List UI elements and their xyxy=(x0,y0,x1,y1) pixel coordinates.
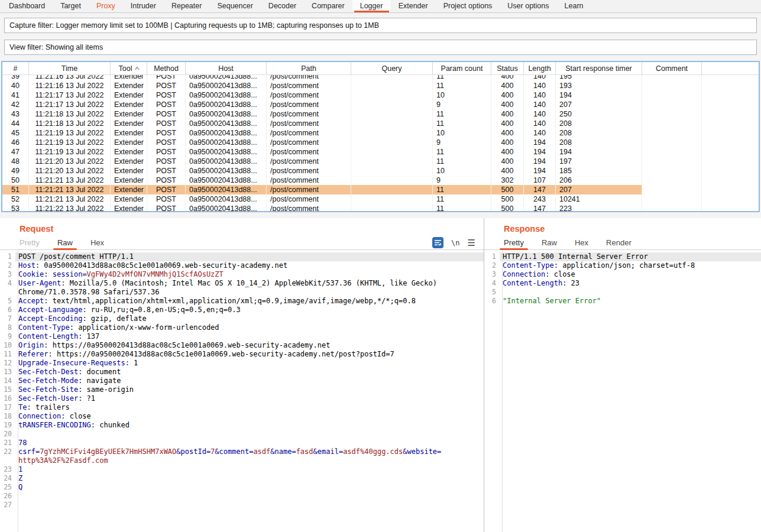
tab-comparer[interactable]: Comparer xyxy=(304,0,352,12)
log-row-45[interactable]: 4511:21:19 13 Jul 2022ExtenderPOST0a9500… xyxy=(2,128,759,138)
code-line: 3Cookie: session=VgFWy4D2vMfON7vMNMhjQ1S… xyxy=(0,270,484,279)
tab-logger[interactable]: Logger xyxy=(352,0,391,12)
column-label: Path xyxy=(301,64,316,73)
tab-sequencer[interactable]: Sequencer xyxy=(209,0,260,12)
cell-path: /post/comment xyxy=(267,119,351,128)
tab-project-options[interactable]: Project options xyxy=(436,0,500,12)
cell-param_count: 11 xyxy=(433,75,491,81)
log-row-42[interactable]: 4211:21:17 13 Jul 2022ExtenderPOST0a9500… xyxy=(2,100,759,109)
column-header-path[interactable]: Path xyxy=(267,62,351,74)
tab-dashboard[interactable]: Dashboard xyxy=(1,0,53,12)
cell-host: 0a9500020413d88... xyxy=(186,109,267,119)
cell-length: 140 xyxy=(524,75,556,81)
cell-query xyxy=(351,166,433,176)
column-header-param_count[interactable]: Param count xyxy=(433,62,491,74)
column-header-length[interactable]: Length xyxy=(524,62,556,74)
request-tab-pretty[interactable]: Pretty xyxy=(11,236,48,249)
response-tab-pretty[interactable]: Pretty xyxy=(495,236,533,249)
code-line: 25Q xyxy=(0,483,484,492)
column-header-query[interactable]: Query xyxy=(351,62,433,74)
cell-comment xyxy=(642,75,702,81)
line-content: POST /post/comment HTTP/1.1 xyxy=(15,252,484,261)
response-editor[interactable]: 1HTTP/1.1 500 Internal Server Error2Cont… xyxy=(484,250,761,532)
column-header-method[interactable]: Method xyxy=(147,62,186,74)
column-label: Param count xyxy=(441,64,483,73)
column-header-tool[interactable]: Tool∧ xyxy=(111,62,147,74)
cell-time: 11:21:22 13 Jul 2022 xyxy=(29,204,111,211)
code-line: 231 xyxy=(0,465,484,474)
cell-time: 11:21:16 13 Jul 2022 xyxy=(29,81,111,90)
code-line: 5 xyxy=(484,288,761,297)
column-header-status[interactable]: Status xyxy=(491,62,524,74)
code-line: 24Z xyxy=(0,474,484,483)
tab-extender[interactable]: Extender xyxy=(391,0,436,12)
column-header-host[interactable]: Host xyxy=(186,62,267,74)
newline-icon[interactable]: \n xyxy=(451,239,459,247)
response-tab-bar: PrettyRawHexRender xyxy=(484,236,761,250)
tab-learn[interactable]: Learn xyxy=(557,0,591,12)
cell-length: 140 xyxy=(524,109,556,119)
log-row-41[interactable]: 4111:21:17 13 Jul 2022ExtenderPOST0a9500… xyxy=(2,90,759,100)
logger-table-body[interactable]: 3911:21:16 13 Jul 2022ExtenderPOST0a9500… xyxy=(2,75,759,211)
log-row-43[interactable]: 4311:21:18 13 Jul 2022ExtenderPOST0a9500… xyxy=(2,109,759,119)
word-wrap-icon[interactable] xyxy=(432,237,443,248)
tab-decoder[interactable]: Decoder xyxy=(261,0,304,12)
log-row-50[interactable]: 5011:21:21 13 Jul 2022ExtenderPOST0a9500… xyxy=(2,176,759,185)
log-row-51[interactable]: 5111:21:21 13 Jul 2022ExtenderPOST0a9500… xyxy=(2,185,759,194)
logger-table-header: #TimeTool∧MethodHostPathQueryParam count… xyxy=(2,62,759,75)
column-header-time[interactable]: Time xyxy=(29,62,111,74)
cell-path: /post/comment xyxy=(267,157,351,166)
log-row-53[interactable]: 5311:21:22 13 Jul 2022ExtenderPOST0a9500… xyxy=(2,204,759,211)
log-row-47[interactable]: 4711:21:19 13 Jul 2022ExtenderPOST0a9500… xyxy=(2,147,759,157)
request-tab-hex[interactable]: Hex xyxy=(82,236,113,249)
response-tab-render[interactable]: Render xyxy=(597,236,640,249)
cell-length: 140 xyxy=(524,81,556,90)
code-line: 15Sec-Fetch-Site: same-origin xyxy=(0,385,484,394)
line-content: "Internal Server Error" xyxy=(500,297,761,306)
line-number: 5 xyxy=(484,288,500,297)
view-filter-bar[interactable]: View filter: Showing all items xyxy=(4,40,757,55)
log-row-40[interactable]: 4011:21:16 13 Jul 2022ExtenderPOST0a9500… xyxy=(2,81,759,90)
cell-path: /post/comment xyxy=(267,138,351,147)
tab-target[interactable]: Target xyxy=(53,0,89,12)
column-header-comment[interactable]: Comment xyxy=(642,62,702,74)
response-tab-raw[interactable]: Raw xyxy=(533,236,566,249)
line-content xyxy=(15,501,484,510)
menu-icon[interactable]: ☰ xyxy=(468,238,475,247)
cell-comment xyxy=(642,157,702,166)
capture-filter-bar[interactable]: Capture filter: Logger memory limit set … xyxy=(4,18,757,33)
request-editor[interactable]: 1POST /post/comment HTTP/1.12Host: 0a950… xyxy=(0,250,484,532)
column-header-start_response_timer[interactable]: Start response timer xyxy=(556,62,642,74)
cell-method: POST xyxy=(147,194,186,204)
horizontal-splitter[interactable] xyxy=(0,212,761,218)
log-row-48[interactable]: 4811:21:20 13 Jul 2022ExtenderPOST0a9500… xyxy=(2,157,759,166)
cell-method: POST xyxy=(147,75,186,81)
line-content: Sec-Fetch-Mode: navigate xyxy=(15,377,484,385)
log-row-46[interactable]: 4611:21:19 13 Jul 2022ExtenderPOST0a9500… xyxy=(2,138,759,147)
request-panel: Request PrettyRawHex \n ☰ xyxy=(0,218,484,532)
line-number: 11 xyxy=(0,350,15,359)
tab-proxy[interactable]: Proxy xyxy=(89,0,123,12)
log-row-52[interactable]: 5211:21:21 13 Jul 2022ExtenderPOST0a9500… xyxy=(2,194,759,204)
line-content: Content-Type: application/json; charset=… xyxy=(500,261,761,270)
cell-param_count: 10 xyxy=(433,166,491,176)
tab-intruder[interactable]: Intruder xyxy=(123,0,164,12)
line-content: Sec-Fetch-User: ?1 xyxy=(15,394,484,403)
request-tab-raw[interactable]: Raw xyxy=(48,236,82,249)
cell-filler xyxy=(702,185,759,194)
cell-tool: Extender xyxy=(111,166,147,176)
line-number: 25 xyxy=(0,483,15,492)
response-tab-hex[interactable]: Hex xyxy=(566,236,597,249)
cell-status: 500 xyxy=(491,194,524,204)
tab-user-options[interactable]: User options xyxy=(500,0,556,12)
cell-tool: Extender xyxy=(111,81,147,90)
cell-host: 0a9500020413d88... xyxy=(186,138,267,147)
log-row-39[interactable]: 3911:21:16 13 Jul 2022ExtenderPOST0a9500… xyxy=(2,75,759,81)
column-label: Comment xyxy=(656,64,688,73)
cell-query xyxy=(351,194,433,204)
cell-method: POST xyxy=(147,176,186,185)
log-row-44[interactable]: 4411:21:18 13 Jul 2022ExtenderPOST0a9500… xyxy=(2,119,759,128)
column-header-id[interactable]: # xyxy=(2,62,29,74)
log-row-49[interactable]: 4911:21:20 13 Jul 2022ExtenderPOST0a9500… xyxy=(2,166,759,176)
tab-repeater[interactable]: Repeater xyxy=(164,0,209,12)
